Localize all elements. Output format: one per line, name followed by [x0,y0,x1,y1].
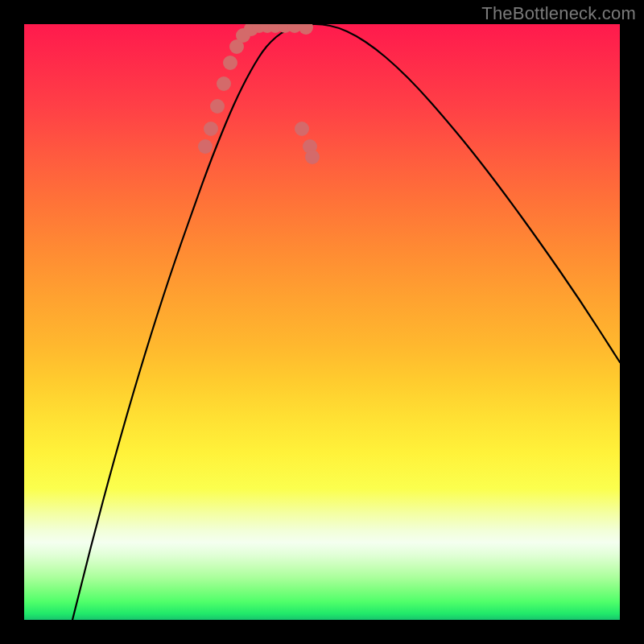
decay-marker [223,56,237,70]
watermark-text: TheBottleneck.com [481,3,636,24]
bottleneck-curve [72,24,620,620]
decay-marker [204,122,218,136]
decay-marker [295,122,309,136]
decay-marker [198,139,213,154]
decay-marker [299,24,313,35]
decay-marker [217,76,231,91]
plot-area [24,24,620,620]
chart-svg [24,24,620,620]
decay-marker [305,150,320,164]
decay-marker [210,99,225,114]
decay-markers-group [198,24,320,164]
outer-frame: TheBottleneck.com [0,0,644,644]
